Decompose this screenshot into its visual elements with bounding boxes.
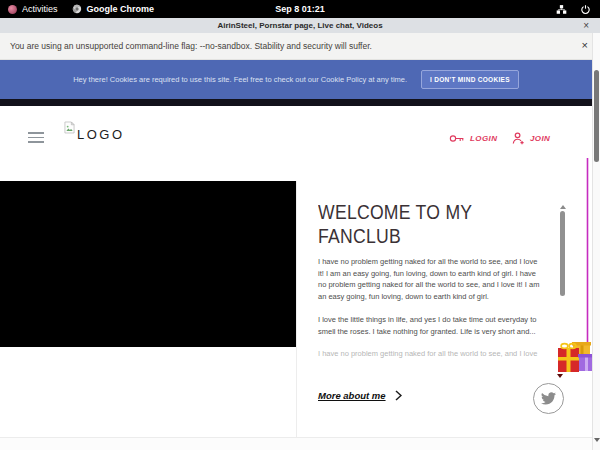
- broken-image-icon: [64, 121, 75, 134]
- menu-icon[interactable]: [28, 132, 44, 146]
- add-user-icon: [512, 132, 525, 145]
- app-name-label: Google Chrome: [87, 4, 155, 14]
- logo-alt-text: LOGO: [77, 127, 125, 142]
- login-label: LOGIN: [470, 134, 497, 143]
- tab-close-icon[interactable]: ×: [583, 19, 589, 32]
- login-button[interactable]: LOGIN: [449, 133, 497, 144]
- activities-button[interactable]: Activities: [8, 4, 58, 14]
- cookie-message: Hey there! Cookies are required to use t…: [73, 75, 407, 84]
- about-paragraph-3-clipped: I have no problem getting naked for all …: [318, 348, 545, 360]
- more-about-me-link[interactable]: More about me: [318, 390, 402, 401]
- activities-label: Activities: [22, 4, 58, 14]
- power-icon[interactable]: [580, 4, 591, 15]
- network-icon[interactable]: [556, 4, 567, 15]
- browser-scrollbar-thumb[interactable]: [594, 70, 600, 162]
- profile-video[interactable]: [0, 181, 296, 347]
- twitter-icon: [541, 392, 556, 405]
- chevron-right-icon: [395, 390, 402, 401]
- join-label: JOIN: [530, 134, 550, 143]
- site-header: [0, 106, 592, 181]
- sandbox-warning-bar: You are using an unsupported command-lin…: [0, 33, 600, 60]
- distro-icon: [8, 5, 17, 14]
- tab-title: AirinSteel, Pornstar page, Live chat, Vi…: [217, 21, 382, 30]
- accept-cookies-button[interactable]: I DON'T MIND COOKIES: [421, 70, 519, 89]
- more-about-me-label: More about me: [318, 390, 386, 401]
- desktop-top-bar: Activities Google Chrome Sep 8 01:21: [0, 0, 600, 18]
- sandbox-warning-text: You are using an unsupported command-lin…: [10, 41, 372, 51]
- page-title: WELCOME TO MY FANCLUB: [318, 201, 503, 248]
- chrome-icon: [72, 4, 82, 14]
- column-divider: [296, 181, 297, 437]
- clock[interactable]: Sep 8 01:21: [275, 4, 325, 14]
- browser-tab[interactable]: AirinSteel, Pornstar page, Live chat, Vi…: [0, 18, 600, 33]
- screen: Activities Google Chrome Sep 8 01:21: [0, 0, 600, 450]
- twitter-button[interactable]: [533, 383, 564, 414]
- gift-box-red: [558, 344, 579, 372]
- next-section-edge: [0, 437, 592, 450]
- about-paragraph-2: I love the little things in life, and ye…: [318, 314, 545, 337]
- app-menu-button[interactable]: Google Chrome: [72, 4, 155, 14]
- cookie-banner: Hey there! Cookies are required to use t…: [0, 60, 592, 99]
- scrollbar-down-icon[interactable]: [594, 438, 600, 442]
- site-top-strip: [0, 99, 592, 106]
- site-logo[interactable]: LOGO: [64, 121, 125, 142]
- gifts-collapse-icon[interactable]: [557, 374, 563, 378]
- key-icon: [449, 133, 465, 144]
- about-paragraph-1: I have no problem getting naked for all …: [318, 256, 545, 303]
- join-button[interactable]: JOIN: [512, 132, 550, 145]
- infobar-close-icon[interactable]: ×: [582, 39, 588, 51]
- about-text-panel: I have no problem getting naked for all …: [318, 256, 545, 360]
